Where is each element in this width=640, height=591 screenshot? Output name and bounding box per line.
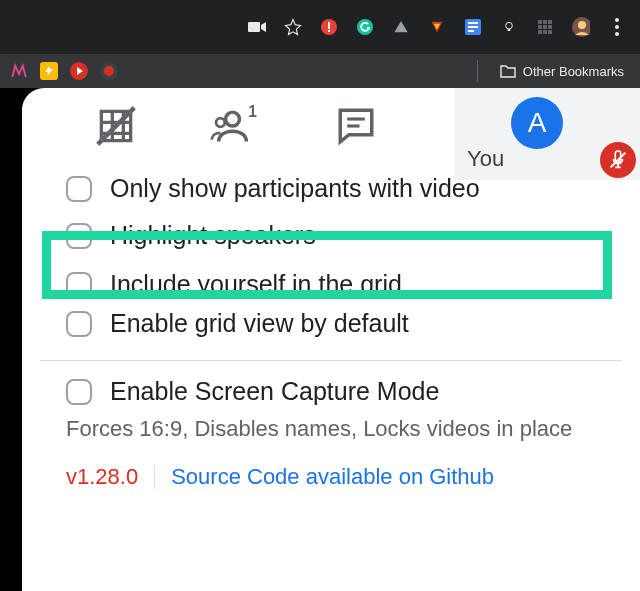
svg-rect-12 [543, 20, 547, 24]
svg-rect-17 [538, 30, 542, 34]
meet-area: 1 A You [0, 88, 640, 591]
option-include-yourself[interactable]: Include yourself in the grid [40, 264, 622, 303]
option-label: Enable Screen Capture Mode [110, 377, 439, 406]
svg-rect-15 [543, 25, 547, 29]
svg-point-22 [615, 18, 619, 22]
svg-rect-2 [328, 22, 330, 29]
ext-superman-icon[interactable] [428, 18, 446, 36]
svg-rect-3 [328, 30, 330, 32]
panel-footer: v1.28.0 Source Code available on Github [40, 442, 622, 490]
footer-divider [154, 465, 155, 489]
ext-grammarly-icon[interactable] [356, 18, 374, 36]
profile-avatar-icon[interactable] [572, 18, 590, 36]
svg-rect-16 [548, 25, 552, 29]
svg-point-21 [578, 21, 586, 29]
bookmark-dark-icon[interactable] [100, 62, 118, 80]
svg-point-32 [216, 118, 225, 127]
bookmark-myntra-icon[interactable] [10, 62, 28, 80]
self-avatar: A [511, 97, 563, 149]
grid-off-icon [94, 104, 138, 148]
checkbox-icon[interactable] [66, 223, 92, 249]
self-video-tile[interactable]: A You [455, 88, 640, 180]
svg-rect-19 [548, 30, 552, 34]
option-label: Enable grid view by default [110, 309, 409, 338]
chrome-menu-icon[interactable] [608, 18, 626, 36]
ext-grid-icon[interactable] [536, 18, 554, 36]
tab-people[interactable]: 1 [176, 88, 296, 164]
ext-drive-icon[interactable] [392, 18, 410, 36]
svg-rect-13 [548, 20, 552, 24]
svg-rect-11 [538, 20, 542, 24]
bookmarks-bar: Other Bookmarks [0, 54, 640, 88]
bookmark-youtube-icon[interactable] [70, 62, 88, 80]
checkbox-icon[interactable] [66, 311, 92, 337]
option-only-video[interactable]: Only show participants with video [40, 168, 622, 207]
svg-rect-18 [543, 30, 547, 34]
bookmark-divider [477, 60, 478, 82]
settings-panel: 1 A You [22, 88, 640, 591]
other-bookmarks-button[interactable]: Other Bookmarks [494, 60, 630, 83]
version-label: v1.28.0 [66, 464, 138, 490]
tab-grid-off[interactable] [56, 88, 176, 164]
option-enable-default[interactable]: Enable grid view by default [40, 303, 622, 342]
chat-icon [335, 105, 377, 147]
other-bookmarks-label: Other Bookmarks [523, 64, 624, 79]
checkbox-icon[interactable] [66, 379, 92, 405]
option-label: Only show participants with video [110, 174, 480, 203]
folder-icon [500, 64, 516, 78]
toolbar-icons [248, 18, 632, 36]
tab-chat[interactable] [296, 88, 416, 164]
browser-toolbar [0, 0, 640, 54]
avatar-initial: A [528, 107, 547, 139]
ext-blue-icon[interactable] [464, 18, 482, 36]
bookmark-yellow-icon[interactable] [40, 62, 58, 80]
tab-row: 1 A You [22, 88, 640, 164]
source-code-link[interactable]: Source Code available on Github [171, 464, 494, 490]
svg-point-28 [104, 66, 114, 76]
divider [40, 360, 622, 361]
option-label: Include yourself in the grid [110, 270, 402, 299]
svg-point-9 [506, 22, 513, 29]
option-screen-capture[interactable]: Enable Screen Capture Mode [40, 371, 622, 410]
svg-rect-6 [468, 22, 478, 24]
checkbox-icon[interactable] [66, 272, 92, 298]
ext-red-icon[interactable] [320, 18, 338, 36]
options-list: Only show participants with video Highli… [22, 164, 640, 490]
svg-rect-0 [248, 22, 260, 32]
ext-bulb-icon[interactable] [500, 18, 518, 36]
option-highlight-speakers[interactable]: Highlight speakers [40, 207, 622, 264]
svg-rect-8 [468, 30, 474, 32]
people-icon: 1 [210, 104, 262, 148]
viewport: Other Bookmarks [0, 0, 640, 591]
star-icon[interactable] [284, 18, 302, 36]
svg-text:1: 1 [248, 104, 257, 120]
option-description: Forces 16:9, Disables names, Locks video… [40, 410, 622, 442]
bookmark-items [10, 62, 118, 80]
option-label: Highlight speakers [110, 221, 316, 250]
camera-icon[interactable] [248, 18, 266, 36]
svg-rect-7 [468, 26, 478, 28]
svg-rect-14 [538, 25, 542, 29]
checkbox-icon[interactable] [66, 176, 92, 202]
svg-point-4 [357, 19, 373, 35]
svg-line-29 [98, 108, 135, 145]
svg-point-24 [615, 32, 619, 36]
svg-point-23 [615, 25, 619, 29]
svg-rect-10 [508, 29, 511, 31]
svg-point-31 [226, 112, 240, 126]
